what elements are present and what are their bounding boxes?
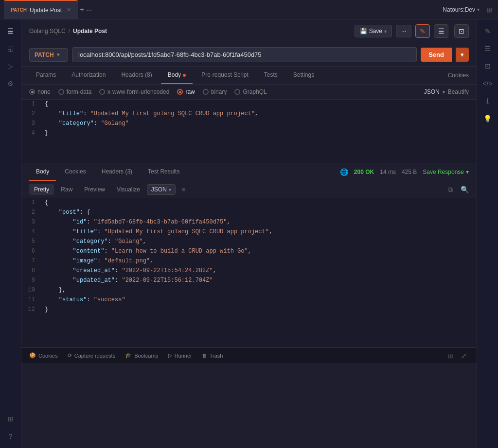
body-graphql-option[interactable]: GraphQL xyxy=(234,88,267,95)
json-format-chevron-icon: ▾ xyxy=(443,89,445,95)
bottom-trash-icon: 🗑 xyxy=(202,353,207,359)
none-radio[interactable] xyxy=(29,89,35,95)
filter-icon-button[interactable]: ≡ xyxy=(181,186,185,193)
more-options-label: ··· xyxy=(401,28,406,34)
body-binary-option[interactable]: binary xyxy=(203,88,227,95)
right-sidebar-edit-icon[interactable]: ✎ xyxy=(480,23,496,39)
right-sidebar-list-icon[interactable]: ☰ xyxy=(480,41,496,56)
send-dropdown-button[interactable]: ▾ xyxy=(456,48,469,62)
body-urlencoded-option[interactable]: x-www-form-urlencoded xyxy=(99,88,169,95)
workspace-chevron-icon: ▾ xyxy=(477,7,480,12)
send-button[interactable]: Send xyxy=(421,48,452,62)
beautify-button[interactable]: Beautify xyxy=(448,88,469,95)
status-code-badge: 200 OK xyxy=(354,169,374,175)
bottom-layout-icon[interactable]: ⊞ xyxy=(445,351,455,361)
sidebar-icon-grid[interactable]: ⊞ xyxy=(3,411,18,427)
method-select[interactable]: PATCH ▾ xyxy=(29,48,68,62)
resp-line-12: 12 } xyxy=(21,305,477,315)
body-dot-indicator xyxy=(183,74,186,77)
body-none-option[interactable]: none xyxy=(29,88,51,95)
resp-line-10: 10 }, xyxy=(21,286,477,295)
method-chevron-icon: ▾ xyxy=(57,52,59,57)
copy-response-button[interactable]: ⧉ xyxy=(448,186,453,194)
breadcrumb-separator: / xyxy=(69,28,70,34)
edit-button[interactable]: ✎ xyxy=(415,24,430,38)
request-body-editor[interactable]: 1 { 2 "title": "Updated My first golang … xyxy=(21,100,477,163)
save-button[interactable]: 💾 Save ▾ xyxy=(355,25,392,37)
comment-button[interactable]: ☰ xyxy=(434,24,448,38)
bottom-right-icons: ⊞ ⤢ xyxy=(445,351,469,361)
body-form-data-option[interactable]: form-data xyxy=(58,88,91,95)
save-icon: 💾 xyxy=(360,28,367,34)
resp-tab-test-results[interactable]: Test Results xyxy=(141,163,186,181)
body-raw-option[interactable]: raw xyxy=(177,88,195,95)
resp-line-6: 6 "content": "Learn how to build a CRUD … xyxy=(21,247,477,257)
resp-tab-body[interactable]: Body xyxy=(29,163,56,181)
fmt-tab-pretty[interactable]: Pretty xyxy=(29,184,54,195)
urlencoded-radio[interactable] xyxy=(99,89,105,95)
fmt-tab-visualize[interactable]: Visualize xyxy=(112,184,145,195)
tab-tests[interactable]: Tests xyxy=(257,67,285,84)
bottom-runner-label: Runner xyxy=(175,353,192,359)
url-input[interactable] xyxy=(72,47,417,62)
sidebar-icon-help[interactable]: ? xyxy=(3,429,18,444)
bottom-bootcamp[interactable]: 🎓 Bootcamp xyxy=(125,352,159,359)
workspace-selector[interactable]: Natours:Dev ▾ xyxy=(443,6,480,13)
graphql-radio[interactable] xyxy=(234,89,240,95)
tab-params[interactable]: Params xyxy=(29,67,63,84)
grid-view-icon[interactable]: ⊞ xyxy=(484,4,494,16)
resp-line-3: 3 "id": "1fd5abd7-68fb-4bc3-b7ab-60f1fa4… xyxy=(21,218,477,227)
save-chevron-icon: ▾ xyxy=(384,29,387,34)
form-data-radio[interactable] xyxy=(58,89,64,95)
json-format-label: JSON xyxy=(424,88,440,95)
body-format-selector: JSON ▾ Beautify xyxy=(424,88,469,95)
resp-tab-headers[interactable]: Headers (3) xyxy=(95,163,139,181)
bottom-capture[interactable]: ⟳ Capture requests xyxy=(68,352,115,359)
format-chevron-icon: ▾ xyxy=(169,187,171,192)
right-sidebar-code-icon[interactable]: </> xyxy=(480,76,496,91)
resp-line-2: 2 "post": { xyxy=(21,208,477,218)
tab-settings[interactable]: Settings xyxy=(286,67,321,84)
bottom-runner[interactable]: ▷ Runner xyxy=(168,352,192,359)
fmt-tab-raw[interactable]: Raw xyxy=(56,184,77,195)
sidebar-icon-settings[interactable]: ⚙ xyxy=(3,76,18,91)
right-sidebar-doc-icon[interactable]: ⊡ xyxy=(480,58,496,74)
sidebar-icon-run[interactable]: ▷ xyxy=(3,58,18,74)
tab-close-icon[interactable]: ✕ xyxy=(67,7,71,13)
breadcrumb-parent[interactable]: Golang SQLC xyxy=(29,28,66,34)
resp-line-8: 8 "created_at": "2022-09-22T15:54:24.282… xyxy=(21,266,477,276)
tab-method-badge: PATCH xyxy=(11,7,27,13)
new-tab-icon[interactable]: + xyxy=(80,5,84,14)
save-response-chevron-icon: ▾ xyxy=(466,169,469,175)
active-tab[interactable]: PATCH Update Post ✕ xyxy=(4,0,78,19)
left-sidebar: ☰ ◱ ▷ ⚙ ⊞ ? xyxy=(0,19,21,448)
right-sidebar-lightbulb-icon[interactable]: 💡 xyxy=(480,111,496,126)
cookies-button[interactable]: Cookies xyxy=(448,67,469,84)
resp-tab-cookies[interactable]: Cookies xyxy=(58,163,92,181)
resp-line-9: 9 "updated_at": "2022-09-22T15:56:12.704… xyxy=(21,276,477,286)
fmt-tab-preview[interactable]: Preview xyxy=(79,184,110,195)
tab-body[interactable]: Body xyxy=(161,67,193,84)
save-response-button[interactable]: Save Response ▾ xyxy=(423,169,469,175)
sidebar-icon-menu[interactable]: ☰ xyxy=(3,23,18,39)
bottom-expand-icon[interactable]: ⤢ xyxy=(459,351,469,361)
breadcrumb-actions: 💾 Save ▾ ··· ✎ ☰ ⊡ xyxy=(355,24,469,38)
more-tabs-icon[interactable]: ··· xyxy=(86,6,92,14)
content-area: Golang SQLC / Update Post 💾 Save ▾ ··· ✎… xyxy=(21,19,477,448)
binary-radio[interactable] xyxy=(203,89,209,95)
more-options-button[interactable]: ··· xyxy=(396,25,411,37)
req-line-3: 3 "category": "Golang" xyxy=(21,119,477,129)
resp-line-4: 4 "title": "Updated My first golang SQLC… xyxy=(21,227,477,237)
bottom-cookies[interactable]: 🍪 Cookies xyxy=(29,352,58,359)
bottom-trash[interactable]: 🗑 Trash xyxy=(202,353,223,359)
docs-button[interactable]: ⊡ xyxy=(454,24,469,38)
search-response-button[interactable]: 🔍 xyxy=(461,186,469,193)
response-format-select[interactable]: JSON ▾ xyxy=(147,184,176,195)
response-action-icons: ⧉ 🔍 xyxy=(444,186,469,194)
tab-authorization[interactable]: Authorization xyxy=(65,67,112,84)
right-sidebar-info-icon[interactable]: ℹ xyxy=(480,93,496,109)
sidebar-icon-new[interactable]: ◱ xyxy=(3,41,18,56)
tab-pre-request-script[interactable]: Pre-request Script xyxy=(195,67,255,84)
raw-radio[interactable] xyxy=(177,89,183,95)
tab-headers[interactable]: Headers (8) xyxy=(114,67,159,84)
